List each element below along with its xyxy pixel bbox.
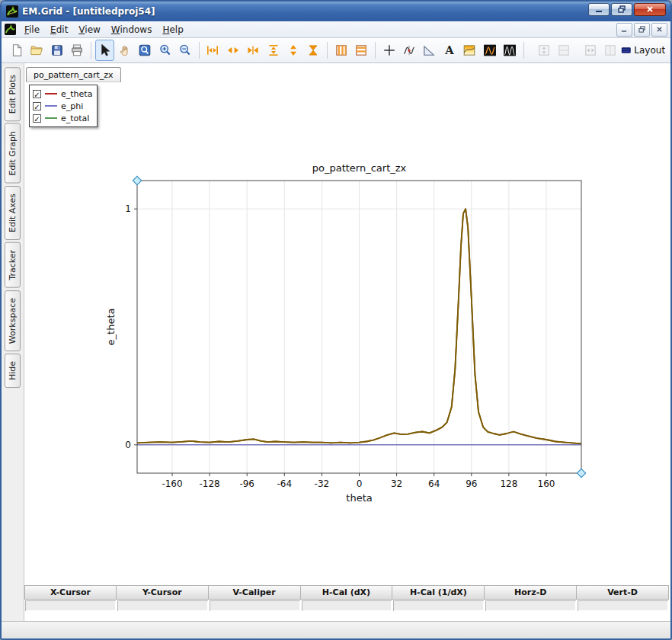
dark-plot-button[interactable] — [480, 40, 499, 61]
compress-x-icon — [246, 43, 260, 57]
chart-plot-area[interactable]: -160-128-96-64-32032649612816001po_patte… — [24, 63, 670, 566]
document-icon — [5, 24, 16, 35]
zoom-in-button[interactable] — [155, 40, 174, 61]
mdi-minimize-button[interactable] — [616, 23, 632, 37]
expand-x-icon — [226, 43, 240, 57]
cursor-value-cell — [25, 600, 116, 611]
minimize-button[interactable] — [588, 3, 610, 16]
sidebar-item-tracker[interactable]: Tracker — [5, 242, 21, 288]
svg-text:-160: -160 — [162, 478, 182, 489]
dark-multiplot-button[interactable] — [500, 40, 519, 61]
curve-tracker-button[interactable] — [399, 40, 418, 61]
sidebar-item-edit-graph[interactable]: Edit Graph — [5, 123, 21, 184]
cursor-readout-table: X-CursorY-CursorV-CaliperH-Cal (dX)H-Cal… — [24, 585, 669, 612]
dark-waveform-icon — [483, 43, 497, 57]
mdi-window-controls — [616, 23, 667, 37]
svg-text:0: 0 — [357, 478, 363, 489]
slope-caliper-button[interactable] — [420, 40, 439, 61]
zoom-in-icon — [158, 43, 172, 57]
menu-bar: FileEditViewWindowsHelp — [2, 21, 670, 38]
svg-text:-128: -128 — [200, 478, 220, 489]
maximize-button[interactable] — [611, 3, 632, 16]
fit-width-icon — [206, 43, 219, 57]
cursor-arrow-icon — [98, 43, 111, 57]
menu-edit[interactable]: Edit — [45, 23, 73, 37]
svg-text:32: 32 — [391, 478, 402, 489]
close-button[interactable] — [634, 3, 666, 16]
svg-text:1: 1 — [125, 203, 131, 214]
pan-hand-button[interactable] — [115, 40, 134, 61]
sidebar-item-edit-axes[interactable]: Edit Axes — [5, 186, 21, 240]
x-axis-label: theta — [346, 492, 372, 504]
cursor-value-cell — [302, 600, 392, 611]
new-file-button[interactable] — [7, 40, 26, 61]
menu-file[interactable]: File — [19, 23, 45, 37]
chart-title: po_pattern_cart_zx — [312, 162, 407, 174]
mdi-close-button[interactable] — [651, 23, 667, 37]
select-arrow-button[interactable] — [95, 40, 114, 61]
panel-box-icon — [603, 43, 617, 57]
legend-label: e_total — [61, 114, 89, 123]
column-layout-button[interactable] — [331, 40, 350, 61]
window-title: EM.Grid - [untitledproj54] — [22, 6, 155, 17]
window-controls — [588, 1, 666, 23]
open-folder-icon — [30, 43, 43, 57]
cursor-col-vert-d: Vert-D — [577, 585, 669, 600]
fit-width-button[interactable] — [203, 40, 222, 61]
legend-item-e_theta: ✓e_theta — [33, 88, 92, 100]
cols-panel-button-disabled — [600, 40, 619, 61]
sidebar-item-workspace[interactable]: Workspace — [5, 290, 21, 351]
menu-help[interactable]: Help — [157, 23, 188, 37]
legend-line-swatch — [45, 117, 57, 119]
legend-checkbox-e_phi[interactable]: ✓ — [33, 102, 41, 110]
text-a-icon: A — [443, 43, 456, 57]
colormap-icon — [462, 43, 476, 57]
svg-text:A: A — [444, 43, 454, 56]
legend-line-swatch — [45, 93, 57, 94]
mdi-restore-button[interactable] — [634, 23, 650, 37]
legend-label: e_theta — [61, 89, 92, 99]
minimize-icon — [595, 5, 603, 13]
zoom-region-icon — [138, 43, 152, 57]
printer-icon — [70, 43, 84, 57]
zoom-out-icon — [178, 43, 192, 57]
row-layout-button[interactable] — [351, 40, 370, 61]
compress-x-button[interactable] — [243, 40, 262, 61]
expand-rows-button-disabled — [534, 40, 553, 61]
hand-icon — [118, 43, 132, 57]
crosshair-button[interactable] — [379, 40, 398, 61]
expand-y-button[interactable] — [283, 40, 302, 61]
plot-canvas: po_pattern_cart_zx ✓e_theta✓e_phi✓e_tota… — [24, 63, 670, 622]
open-file-button[interactable] — [27, 40, 46, 61]
zoom-region-button[interactable] — [135, 40, 154, 61]
menu-windows[interactable]: Windows — [106, 23, 158, 37]
menu-items: FileEditViewWindowsHelp — [19, 23, 189, 37]
cursor-col-x-cursor: X-Cursor — [24, 585, 117, 600]
legend-checkbox-e_total[interactable]: ✓ — [33, 114, 41, 123]
toolbar: A Layout — [2, 38, 670, 63]
autoscale-button[interactable] — [304, 40, 323, 61]
print-button[interactable] — [67, 40, 86, 61]
toolbar-separator — [199, 42, 200, 59]
app-icon — [6, 5, 18, 18]
sidebar-item-edit-plots[interactable]: Edit Plots — [5, 67, 21, 121]
legend-item-e_phi: ✓e_phi — [33, 100, 92, 112]
expand-cols-icon — [584, 43, 597, 57]
cursor-value-cell — [485, 600, 576, 611]
save-file-button[interactable] — [47, 40, 66, 61]
svg-text:-32: -32 — [315, 478, 330, 489]
svg-text:-64: -64 — [277, 478, 293, 489]
legend-checkbox-e_theta[interactable]: ✓ — [33, 90, 41, 98]
sidebar-item-hide[interactable]: Hide — [5, 354, 21, 388]
toolbar-separator — [91, 42, 91, 59]
svg-text:96: 96 — [466, 478, 477, 489]
expand-x-button[interactable] — [223, 40, 242, 61]
text-annotation-button[interactable]: A — [440, 40, 459, 61]
layout-group[interactable]: Layout — [621, 44, 665, 56]
app-window: EM.Grid - [untitledproj54] FileEditViewW… — [0, 0, 672, 640]
menu-view[interactable]: View — [73, 23, 105, 37]
zoom-out-button[interactable] — [175, 40, 194, 61]
cursor-col-horz-d: Horz-D — [485, 585, 577, 600]
colormap-button[interactable] — [459, 40, 478, 61]
fit-height-button[interactable] — [264, 40, 283, 61]
